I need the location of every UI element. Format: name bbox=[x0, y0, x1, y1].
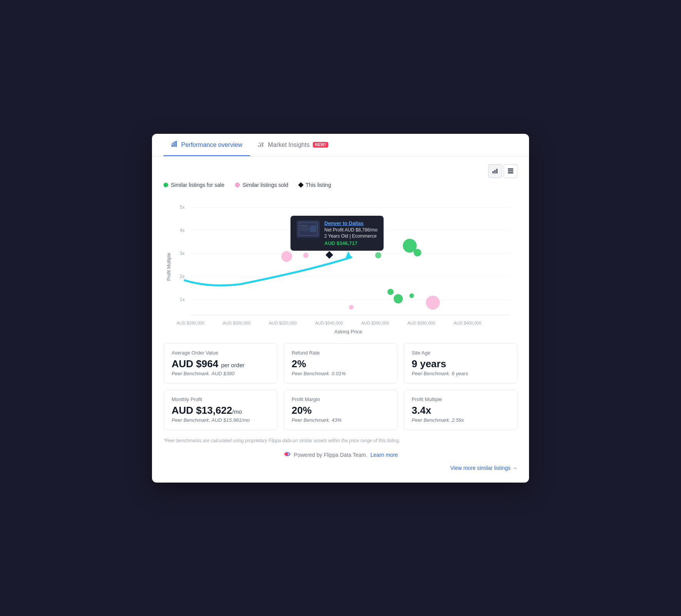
tooltip-thumbnail bbox=[297, 220, 320, 238]
metric-monthly-profit: Monthly Profit AUD $13,622/mo Peer Bench… bbox=[164, 390, 277, 430]
chart-tooltip: Denver to Dallas Net Profit AUD $8,786/m… bbox=[290, 216, 384, 251]
svg-text:Profit Multiple: Profit Multiple bbox=[166, 253, 172, 281]
svg-point-46 bbox=[281, 251, 292, 262]
svg-text:Asking Price: Asking Price bbox=[334, 329, 362, 334]
svg-text:AUD $340,000: AUD $340,000 bbox=[315, 321, 343, 325]
legend-sold: Similar listings sold bbox=[235, 182, 288, 188]
table-view-button[interactable] bbox=[504, 164, 517, 178]
tab-performance[interactable]: Performance overview bbox=[164, 134, 250, 156]
svg-point-41 bbox=[414, 249, 421, 256]
metric-site-age-benchmark: Peer Benchmark. 6 years bbox=[412, 371, 509, 376]
tooltip-line2: 2 Years Old | Ecommerce bbox=[324, 233, 377, 239]
tab-bar: Performance overview Market Insights NEW… bbox=[152, 134, 529, 156]
svg-rect-17 bbox=[300, 229, 311, 230]
metric-avg-order-value: AUD $964 per order bbox=[172, 358, 269, 370]
svg-rect-2 bbox=[175, 142, 177, 147]
chart-legend: Similar listings for sale Similar listin… bbox=[164, 182, 517, 188]
svg-rect-8 bbox=[494, 170, 496, 173]
svg-rect-14 bbox=[300, 225, 308, 226]
learn-more-link[interactable]: Learn more bbox=[371, 452, 398, 458]
metric-profit-margin-benchmark: Peer Benchmark. 43% bbox=[292, 417, 389, 423]
svg-rect-52 bbox=[325, 251, 333, 259]
market-icon bbox=[258, 141, 265, 149]
svg-text:1x: 1x bbox=[180, 297, 185, 302]
svg-text:AUD $380,000: AUD $380,000 bbox=[407, 321, 435, 325]
metric-profit-margin-value: 20% bbox=[292, 405, 389, 416]
svg-text:AUD $320,000: AUD $320,000 bbox=[269, 321, 297, 325]
flippa-icon bbox=[283, 451, 291, 459]
footer-link-row: View more similar listings → bbox=[152, 462, 529, 471]
tooltip-line1: Net Profit AUD $8,786/mo bbox=[324, 227, 377, 233]
pink-dot-icon bbox=[235, 183, 240, 187]
svg-text:AUD $300,000: AUD $300,000 bbox=[223, 321, 250, 325]
svg-rect-19 bbox=[310, 225, 316, 232]
svg-point-42 bbox=[375, 252, 381, 258]
legend-this-listing: This listing bbox=[299, 182, 331, 188]
svg-point-47 bbox=[303, 253, 309, 258]
tab-performance-label: Performance overview bbox=[181, 142, 242, 148]
performance-icon bbox=[171, 141, 178, 149]
metric-profit-margin: Profit Margin 20% Peer Benchmark. 43% bbox=[284, 390, 397, 430]
main-container: Performance overview Market Insights NEW… bbox=[152, 134, 529, 483]
tab-market-label: Market Insights bbox=[268, 142, 309, 148]
svg-rect-10 bbox=[508, 168, 513, 170]
svg-rect-11 bbox=[508, 170, 513, 171]
chart-view-button[interactable] bbox=[488, 164, 502, 178]
metric-avg-order: Average Order Value AUD $964 per order P… bbox=[164, 343, 277, 384]
metric-monthly-profit-value: AUD $13,622/mo bbox=[172, 405, 269, 416]
metric-monthly-profit-benchmark: Peer Benchmark. AUD $15,981/mo bbox=[172, 417, 269, 423]
svg-text:AUD $400,000: AUD $400,000 bbox=[454, 321, 481, 325]
svg-rect-16 bbox=[300, 228, 310, 229]
chart-section: Similar listings for sale Similar listin… bbox=[152, 156, 529, 334]
footer-powered: Powered by Flippa Data Team. Learn more bbox=[152, 448, 529, 462]
tab-market[interactable]: Market Insights NEW! bbox=[250, 134, 336, 156]
metric-refund-rate: Refund Rate 2% Peer Benchmark. 0.01% bbox=[284, 343, 397, 384]
svg-rect-7 bbox=[492, 171, 494, 173]
metric-profit-multiple-value: 3.4x bbox=[412, 405, 509, 416]
metric-site-age-label: Site Age bbox=[412, 350, 509, 356]
svg-rect-0 bbox=[172, 145, 173, 147]
new-badge: NEW! bbox=[313, 142, 329, 148]
metric-site-age-value: 9 years bbox=[412, 358, 509, 370]
svg-rect-18 bbox=[300, 230, 309, 231]
metrics-grid: Average Order Value AUD $964 per order P… bbox=[152, 334, 529, 436]
svg-text:2x: 2x bbox=[180, 274, 185, 279]
metric-avg-order-benchmark: Peer Benchmark. AUD $380 bbox=[172, 371, 269, 376]
svg-text:5x: 5x bbox=[180, 205, 185, 210]
metric-refund-rate-value: 2% bbox=[292, 358, 389, 370]
svg-point-49 bbox=[349, 305, 354, 310]
svg-text:4x: 4x bbox=[180, 228, 185, 233]
tooltip-title[interactable]: Denver to Dallas bbox=[324, 220, 377, 226]
view-more-link[interactable]: View more similar listings → bbox=[450, 465, 517, 471]
scatter-chart: Denver to Dallas Net Profit AUD $8,786/m… bbox=[164, 196, 517, 334]
footer-note: *Peer benchmarks are calculated using pr… bbox=[152, 436, 529, 448]
chart-controls bbox=[164, 164, 517, 178]
svg-rect-12 bbox=[508, 172, 513, 173]
svg-rect-1 bbox=[174, 143, 175, 147]
metric-site-age: Site Age 9 years Peer Benchmark. 6 years bbox=[404, 343, 517, 384]
legend-for-sale-label: Similar listings for sale bbox=[171, 182, 224, 188]
powered-text: Powered by Flippa Data Team. bbox=[294, 452, 367, 458]
metric-monthly-profit-label: Monthly Profit bbox=[172, 396, 269, 402]
svg-text:AUD $360,000: AUD $360,000 bbox=[361, 321, 389, 325]
svg-point-43 bbox=[387, 289, 394, 295]
metric-profit-multiple-benchmark: Peer Benchmark. 2.59x bbox=[412, 417, 509, 423]
tooltip-content: Denver to Dallas Net Profit AUD $8,786/m… bbox=[324, 220, 377, 246]
metric-profit-margin-label: Profit Margin bbox=[292, 396, 389, 402]
svg-point-45 bbox=[409, 293, 414, 298]
svg-rect-4 bbox=[260, 144, 261, 147]
svg-point-48 bbox=[426, 296, 440, 310]
metric-refund-rate-benchmark: Peer Benchmark. 0.01% bbox=[292, 371, 389, 376]
diamond-icon bbox=[298, 182, 304, 187]
svg-text:AUD $280,000: AUD $280,000 bbox=[177, 321, 204, 325]
legend-this-listing-label: This listing bbox=[305, 182, 331, 188]
legend-for-sale: Similar listings for sale bbox=[164, 182, 224, 188]
tooltip-price: AUD $346,717 bbox=[324, 240, 377, 246]
svg-text:3x: 3x bbox=[180, 251, 185, 256]
svg-point-44 bbox=[394, 294, 403, 303]
svg-rect-3 bbox=[258, 145, 259, 147]
legend-sold-label: Similar listings sold bbox=[242, 182, 288, 188]
metric-refund-rate-label: Refund Rate bbox=[292, 350, 389, 356]
metric-avg-order-label: Average Order Value bbox=[172, 350, 269, 356]
green-dot-icon bbox=[164, 183, 168, 187]
